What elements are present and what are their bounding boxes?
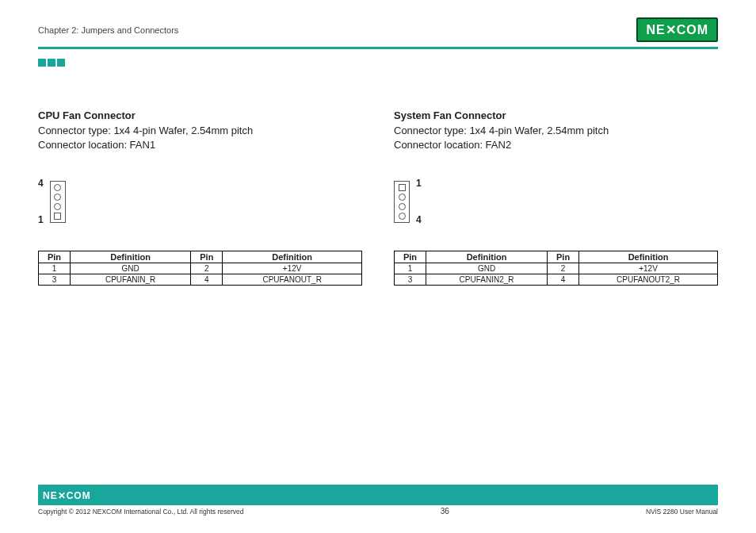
cpu-fan-section: CPU Fan Connector Connector type: 1x4 4-… <box>38 109 362 286</box>
pin-square-icon <box>54 213 61 220</box>
pin-label-1: 1 <box>416 178 422 189</box>
table-row: 3 CPUFANIN_R 4 CPUFANOUT_R <box>39 274 362 286</box>
cell: +12V <box>579 263 718 274</box>
table-row: 1 GND 2 +12V <box>39 263 362 274</box>
system-fan-location: Connector location: FAN2 <box>394 138 718 152</box>
pin-label-4: 4 <box>416 214 422 225</box>
cpu-fan-title: CPU Fan Connector <box>38 109 362 121</box>
table-row: 3 CPUFANIN2_R 4 CPUFANOUT2_R <box>395 274 718 286</box>
cell: 1 <box>395 263 426 274</box>
cell: GND <box>71 263 191 274</box>
cell: 3 <box>39 274 71 286</box>
th-pin: Pin <box>39 251 71 263</box>
cpu-fan-pin-table: Pin Definition Pin Definition 1 GND 2 +1… <box>38 251 362 286</box>
pin-label-1: 1 <box>38 214 44 225</box>
pin-hole-icon <box>54 184 61 191</box>
doc-reference: NViS 2280 User Manual <box>646 508 718 516</box>
footer-logo: NE✕COM <box>43 490 91 501</box>
cpu-fan-location: Connector location: FAN1 <box>38 138 362 152</box>
pin-hole-icon <box>399 194 406 201</box>
brand-logo: NE✕COM <box>636 17 718 42</box>
cell: +12V <box>223 263 362 274</box>
footer-bar: NE✕COM <box>38 485 718 505</box>
cell: GND <box>426 263 548 274</box>
cell: 3 <box>395 274 426 286</box>
th-def: Definition <box>71 251 191 263</box>
system-fan-title: System Fan Connector <box>394 109 718 121</box>
th-pin: Pin <box>191 251 223 263</box>
page-number: 36 <box>441 507 449 516</box>
cell: CPUFANOUT2_R <box>579 274 718 286</box>
cell: 2 <box>548 263 579 274</box>
system-fan-connector-diagram: 1 4 <box>394 176 718 227</box>
th-pin: Pin <box>548 251 579 263</box>
decor-squares <box>38 56 718 70</box>
th-def: Definition <box>223 251 362 263</box>
cell: 1 <box>39 263 71 274</box>
system-fan-type: Connector type: 1x4 4-pin Wafer, 2.54mm … <box>394 124 718 138</box>
system-fan-pin-table: Pin Definition Pin Definition 1 GND 2 +1… <box>394 251 718 286</box>
pin-square-icon <box>399 184 406 191</box>
cpu-fan-connector-diagram: 4 1 <box>38 176 362 227</box>
pin-hole-icon <box>54 194 61 201</box>
cpu-fan-type: Connector type: 1x4 4-pin Wafer, 2.54mm … <box>38 124 362 138</box>
pin-label-4: 4 <box>38 178 44 189</box>
system-fan-section: System Fan Connector Connector type: 1x4… <box>394 109 718 286</box>
th-def: Definition <box>426 251 548 263</box>
cell: 2 <box>191 263 223 274</box>
table-row: 1 GND 2 +12V <box>395 263 718 274</box>
copyright-text: Copyright © 2012 NEXCOM International Co… <box>38 508 244 516</box>
pin-hole-icon <box>54 203 61 210</box>
cell: CPUFANIN2_R <box>426 274 548 286</box>
pin-hole-icon <box>399 203 406 210</box>
cell: CPUFANIN_R <box>71 274 191 286</box>
cell: 4 <box>191 274 223 286</box>
th-pin: Pin <box>395 251 426 263</box>
chapter-title: Chapter 2: Jumpers and Connectors <box>38 25 178 35</box>
pin-hole-icon <box>399 213 406 220</box>
cell: CPUFANOUT_R <box>223 274 362 286</box>
th-def: Definition <box>579 251 718 263</box>
cell: 4 <box>548 274 579 286</box>
